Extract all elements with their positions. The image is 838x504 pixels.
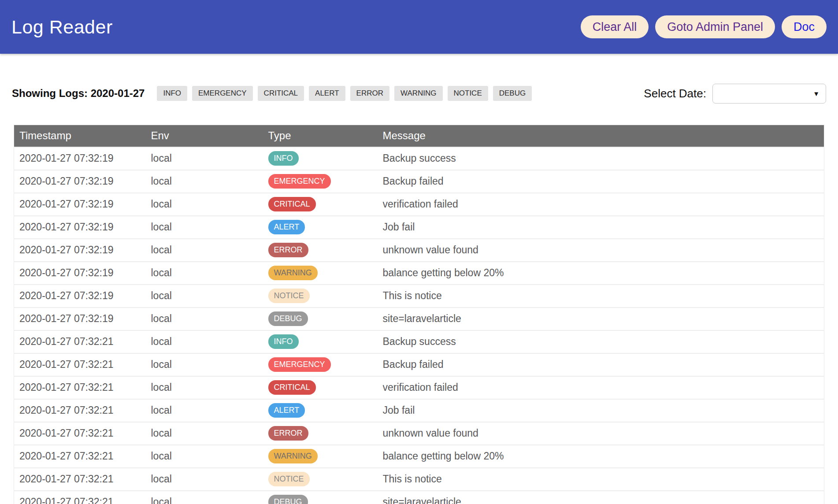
filter-button-critical[interactable]: CRITICAL	[258, 86, 304, 101]
log-timestamp: 2020-01-27 07:32:21	[14, 330, 151, 353]
log-env: local	[151, 422, 268, 445]
type-badge-notice: NOTICE	[268, 289, 310, 303]
log-env: local	[151, 170, 268, 193]
log-message: Job fail	[383, 216, 824, 239]
filter-button-emergency[interactable]: EMERGENCY	[192, 86, 253, 101]
log-env: local	[151, 193, 268, 216]
type-badge-error: ERROR	[268, 243, 308, 257]
log-type-cell: EMERGENCY	[268, 170, 383, 193]
log-env: local	[151, 353, 268, 376]
app-header: Log Reader Clear AllGoto Admin PanelDoc	[0, 0, 838, 54]
log-type-cell: CRITICAL	[268, 376, 383, 399]
log-message: Job fail	[383, 399, 824, 422]
log-table-header-row: TimestampEnvTypeMessage	[14, 125, 824, 147]
log-timestamp: 2020-01-27 07:32:19	[14, 308, 151, 330]
log-message: unknown value found	[383, 422, 824, 445]
log-timestamp: 2020-01-27 07:32:19	[14, 147, 151, 170]
log-row: 2020-01-27 07:32:19localWARNINGbalance g…	[14, 262, 824, 285]
log-type-cell: DEBUG	[268, 308, 383, 330]
main-content: Showing Logs: 2020-01-27 INFOEMERGENCYCR…	[0, 83, 838, 504]
doc-button[interactable]: Doc	[782, 15, 827, 38]
log-row: 2020-01-27 07:32:19localALERTJob fail	[14, 216, 824, 239]
showing-logs-label: Showing Logs: 2020-01-27	[12, 87, 145, 100]
log-timestamp: 2020-01-27 07:32:21	[14, 468, 151, 491]
column-header-env: Env	[151, 125, 268, 147]
log-type-cell: ALERT	[268, 399, 383, 422]
log-message: site=laravelarticle	[383, 308, 824, 330]
type-badge-warning: WARNING	[268, 266, 318, 280]
toolbar: Showing Logs: 2020-01-27 INFOEMERGENCYCR…	[12, 83, 826, 104]
type-badge-alert: ALERT	[268, 220, 305, 234]
log-message: verification failed	[383, 376, 824, 399]
log-env: local	[151, 399, 268, 422]
column-header-timestamp: Timestamp	[14, 125, 151, 147]
log-type-cell: ERROR	[268, 422, 383, 445]
current-date: 2020-01-27	[91, 87, 145, 99]
type-badge-critical: CRITICAL	[268, 380, 316, 395]
log-type-cell: WARNING	[268, 262, 383, 285]
type-badge-debug: DEBUG	[268, 495, 308, 504]
filter-button-warning[interactable]: WARNING	[394, 86, 443, 101]
log-row: 2020-01-27 07:32:21localWARNINGbalance g…	[14, 445, 824, 468]
showing-logs-text: Showing Logs:	[12, 87, 88, 99]
log-message: This is notice	[383, 468, 824, 491]
date-select[interactable]	[712, 84, 826, 104]
log-timestamp: 2020-01-27 07:32:19	[14, 262, 151, 285]
log-env: local	[151, 330, 268, 353]
type-badge-debug: DEBUG	[268, 311, 308, 326]
header-actions: Clear AllGoto Admin PanelDoc	[581, 15, 827, 38]
filter-button-info[interactable]: INFO	[157, 86, 187, 101]
log-message: verification failed	[383, 193, 824, 216]
filter-button-error[interactable]: ERROR	[350, 86, 389, 101]
select-date-label: Select Date:	[644, 87, 706, 100]
log-row: 2020-01-27 07:32:21localINFOBackup succe…	[14, 330, 824, 353]
filter-button-notice[interactable]: NOTICE	[448, 86, 488, 101]
log-message: Backup success	[383, 330, 824, 353]
page-title: Log Reader	[11, 16, 113, 38]
log-type-cell: ERROR	[268, 239, 383, 262]
log-timestamp: 2020-01-27 07:32:21	[14, 491, 151, 504]
log-table: TimestampEnvTypeMessage 2020-01-27 07:32…	[14, 125, 824, 504]
column-header-message: Message	[383, 125, 824, 147]
log-type-cell: INFO	[268, 330, 383, 353]
clear-all-button[interactable]: Clear All	[581, 15, 649, 38]
log-env: local	[151, 445, 268, 468]
log-timestamp: 2020-01-27 07:32:21	[14, 445, 151, 468]
log-row: 2020-01-27 07:32:19localDEBUGsite=larave…	[14, 308, 824, 330]
log-timestamp: 2020-01-27 07:32:19	[14, 170, 151, 193]
log-message: This is notice	[383, 285, 824, 308]
log-table-header: TimestampEnvTypeMessage	[14, 125, 824, 147]
log-type-cell: ALERT	[268, 216, 383, 239]
log-type-cell: DEBUG	[268, 491, 383, 504]
log-row: 2020-01-27 07:32:21localDEBUGsite=larave…	[14, 491, 824, 504]
log-type-cell: WARNING	[268, 445, 383, 468]
type-badge-emergency: EMERGENCY	[268, 357, 331, 372]
log-message: Backup failed	[383, 170, 824, 193]
log-type-cell: NOTICE	[268, 468, 383, 491]
filter-button-debug[interactable]: DEBUG	[493, 86, 532, 101]
log-row: 2020-01-27 07:32:19localINFOBackup succe…	[14, 147, 824, 170]
log-env: local	[151, 468, 268, 491]
type-badge-emergency: EMERGENCY	[268, 174, 331, 189]
column-header-type: Type	[268, 125, 383, 147]
log-env: local	[151, 376, 268, 399]
log-type-cell: EMERGENCY	[268, 353, 383, 376]
log-timestamp: 2020-01-27 07:32:19	[14, 239, 151, 262]
type-badge-info: INFO	[268, 151, 299, 166]
log-timestamp: 2020-01-27 07:32:19	[14, 193, 151, 216]
log-type-cell: CRITICAL	[268, 193, 383, 216]
log-type-cell: NOTICE	[268, 285, 383, 308]
log-row: 2020-01-27 07:32:21localALERTJob fail	[14, 399, 824, 422]
log-env: local	[151, 308, 268, 330]
log-timestamp: 2020-01-27 07:32:19	[14, 285, 151, 308]
log-row: 2020-01-27 07:32:21localERRORunknown val…	[14, 422, 824, 445]
log-row: 2020-01-27 07:32:19localEMERGENCYBackup …	[14, 170, 824, 193]
type-badge-alert: ALERT	[268, 403, 305, 418]
log-row: 2020-01-27 07:32:21localEMERGENCYBackup …	[14, 353, 824, 376]
log-message: site=laravelarticle	[383, 491, 824, 504]
goto-admin-panel-button[interactable]: Goto Admin Panel	[655, 15, 775, 38]
filter-button-alert[interactable]: ALERT	[309, 86, 345, 101]
type-badge-error: ERROR	[268, 426, 308, 441]
log-timestamp: 2020-01-27 07:32:21	[14, 422, 151, 445]
log-message: Backup success	[383, 147, 824, 170]
